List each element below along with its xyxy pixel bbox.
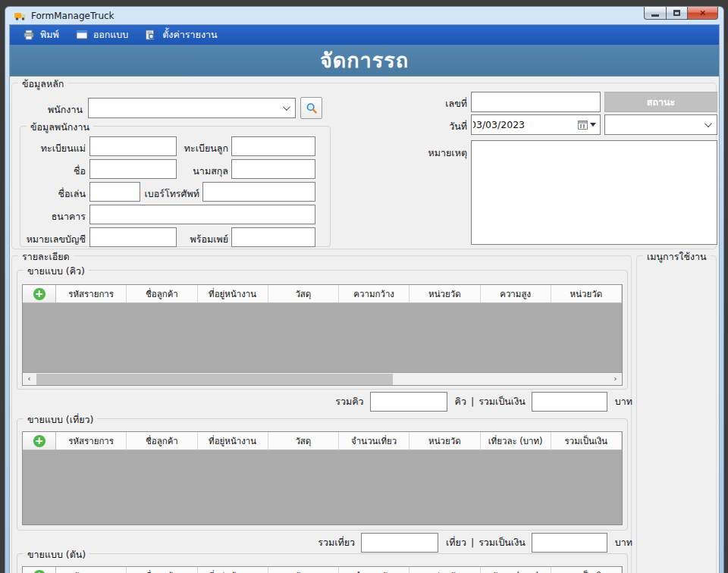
ton-col-header[interactable]: ที่อยู่หน้างาน [198, 567, 268, 573]
scrollbar-thumb[interactable] [36, 374, 393, 385]
promptpay-label: พร้อมเพย์ [163, 232, 228, 247]
main-info-group-title: ข้อมูลหลัก [18, 77, 67, 92]
calendar-icon [578, 121, 588, 130]
date-label: วันที่ [399, 119, 467, 134]
trip-col-header[interactable]: เที่ยวละ (บาท) [481, 432, 551, 450]
design-window-icon [76, 30, 89, 40]
status-combobox[interactable] [604, 114, 717, 135]
ton-col-header[interactable]: ชื่อลูกค้า [127, 567, 197, 573]
form-body: ข้อมูลหลัก พนักงาน ข้อมูลพนักงาน [10, 77, 719, 573]
queue-col-header[interactable]: หน่วยวัด [410, 285, 480, 303]
details-group: รายละเอียด ขายแบบ (คิว) + รหัสรายการ ชื่… [11, 255, 632, 573]
ton-col-header[interactable]: หน่วยวัด [410, 567, 480, 573]
menu-panel-title: เมนูการใช้งาน [643, 249, 711, 265]
main-info-group: ข้อมูลหลัก พนักงาน ข้อมูลพนักงาน [11, 83, 717, 249]
ton-add-button[interactable]: + [23, 567, 56, 573]
employee-info-group: ข้อมูลพนักงาน ทะเบียนแม่ ทะเบียนลูก ชื่อ… [20, 126, 331, 247]
queue-col-header[interactable]: ที่อยู่หน้างาน [198, 285, 268, 303]
employee-search-button[interactable] [300, 97, 322, 119]
chevron-down-icon [704, 120, 712, 127]
trip-amount-input[interactable] [532, 533, 607, 553]
queue-add-button[interactable]: + [23, 285, 56, 303]
queue-col-header[interactable]: รหัสรายการ [56, 285, 127, 303]
close-button[interactable]: ✕ [688, 7, 718, 20]
trip-amount-label: รวมเป็นเงิน [479, 535, 526, 550]
add-icon: + [33, 288, 46, 300]
design-label: ออกแบบ [93, 27, 129, 42]
ton-col-header[interactable]: รวมเป็นเงิน [551, 567, 622, 573]
trip-section-group: ขายแบบ (เที่ยว) + รหัสรายการ ชื่อลูกค้า … [17, 418, 628, 531]
ton-col-header[interactable]: รหัสรายการ [56, 567, 127, 573]
trip-qty-unit-label: เที่ยว [446, 535, 466, 550]
desktop: FormManageTruck ✕ [0, 0, 728, 573]
scroll-left-icon[interactable]: ‹ [23, 373, 36, 385]
queue-col-header[interactable]: ความสูง [481, 285, 551, 303]
ton-col-header[interactable]: จำนวนตัน [339, 567, 410, 573]
queue-qty-unit-label: คิว [455, 394, 466, 409]
report-settings-icon [145, 30, 158, 40]
employee-info-group-title: ข้อมูลพนักงาน [27, 120, 93, 135]
last-name-input[interactable] [231, 159, 315, 179]
employee-combobox[interactable] [88, 98, 296, 118]
separator: | [466, 396, 479, 407]
printer-icon [23, 30, 36, 40]
design-button[interactable]: ออกแบบ [69, 25, 136, 45]
status-button-label: สถานะ [647, 95, 675, 110]
page-header: จัดการรถ [10, 45, 719, 77]
date-value: 03/03/2023 [473, 119, 578, 130]
close-icon: ✕ [699, 9, 706, 17]
separator: | [466, 537, 479, 548]
trip-col-header[interactable]: รหัสรายการ [56, 432, 127, 450]
title-bar[interactable]: FormManageTruck ✕ [9, 7, 720, 24]
trip-col-header[interactable]: จำนวนเที่ยว [339, 432, 410, 450]
trip-grid-body [23, 450, 622, 525]
bank-input[interactable] [89, 205, 315, 224]
trip-col-header[interactable]: หน่วยวัด [410, 432, 480, 450]
scroll-right-icon[interactable]: › [609, 373, 622, 385]
queue-grid-header: + รหัสรายการ ชื่อลูกค้า ที่อยู่หน้างาน ว… [23, 285, 622, 303]
account-no-label: หมายเลขบัญชี [17, 232, 86, 247]
trip-total-qty-input[interactable] [361, 533, 438, 553]
queue-section-group: ขายแบบ (คิว) + รหัสรายการ ชื่อลูกค้า ที่… [17, 270, 628, 390]
trip-grid-header: + รหัสรายการ ชื่อลูกค้า ที่อยู่หน้างาน ว… [23, 432, 622, 450]
trip-col-header[interactable]: รวมเป็นเงิน [551, 432, 622, 450]
phone-input[interactable] [202, 182, 315, 202]
trip-col-header[interactable]: ที่อยู่หน้างาน [198, 432, 268, 450]
report-settings-button[interactable]: ตั้งค่ารายงาน [138, 25, 224, 45]
queue-amount-input[interactable] [532, 392, 607, 412]
add-icon: + [33, 570, 46, 573]
queue-col-header[interactable]: ชื่อลูกค้า [127, 285, 197, 303]
last-name-label: นามสกุล [163, 164, 228, 179]
minimize-button[interactable] [644, 7, 667, 20]
queue-col-header[interactable]: ความกว้าง [339, 285, 410, 303]
queue-col-header[interactable]: หน่วยวัด [551, 285, 622, 303]
search-icon [306, 102, 318, 114]
queue-grid-hscrollbar[interactable]: ‹ › [23, 372, 622, 385]
queue-amount-unit-label: บาท [615, 394, 632, 409]
trip-col-header[interactable]: วัสดุ [268, 432, 339, 450]
maximize-button[interactable] [667, 7, 688, 20]
doc-no-input[interactable] [471, 92, 601, 112]
first-name-label: ชื่อ [20, 164, 86, 179]
ton-col-header[interactable]: ตันละ (บาท) [481, 567, 551, 573]
add-icon: + [33, 435, 46, 447]
queue-amount-label: รวมเป็นเงิน [479, 394, 526, 409]
ton-section-group: ขายแบบ (ตัน) + รหัสรายการ ชื่อลูกค้า ที่… [17, 553, 628, 573]
trip-add-button[interactable]: + [23, 432, 56, 450]
minimize-icon [651, 14, 659, 17]
status-button[interactable]: สถานะ [604, 92, 717, 112]
date-picker[interactable]: 03/03/2023 [471, 114, 601, 135]
trip-col-header[interactable]: ชื่อลูกค้า [127, 432, 197, 450]
ton-col-header[interactable]: วัสดุ [268, 567, 339, 573]
queue-grid-body [23, 303, 622, 373]
queue-col-header[interactable]: วัสดุ [268, 285, 339, 303]
queue-total-qty-input[interactable] [370, 392, 447, 412]
trip-amount-unit-label: บาท [615, 535, 632, 550]
print-button[interactable]: พิมพ์ [16, 25, 66, 45]
doc-no-label: เลขที่ [399, 96, 467, 111]
reg-child-input[interactable] [231, 136, 315, 156]
chevron-down-icon [283, 103, 290, 111]
nickname-label: ชื่อเล่น [20, 186, 86, 202]
note-textarea[interactable] [471, 140, 717, 245]
promptpay-input[interactable] [231, 227, 315, 247]
